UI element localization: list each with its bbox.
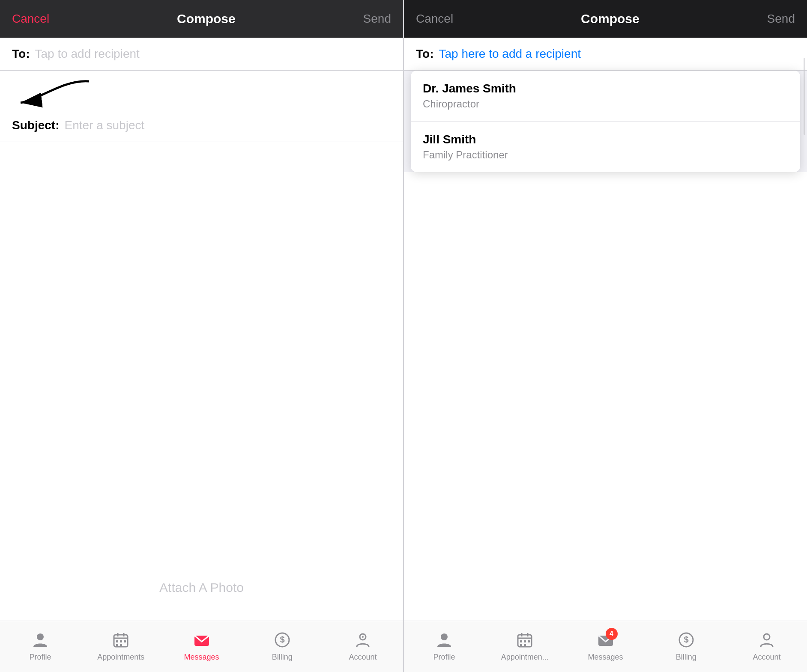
right-tab-account[interactable]: Account — [726, 631, 807, 662]
svg-rect-21 — [520, 640, 522, 642]
person-icon — [32, 631, 49, 648]
left-send-button[interactable]: Send — [363, 12, 391, 26]
left-subject-input[interactable]: Enter a subject — [64, 119, 391, 132]
doctor-specialty-1: Family Practitioner — [423, 149, 788, 161]
dollar-icon: $ — [274, 631, 291, 648]
right-tab-appointments[interactable]: Appointmen... — [484, 631, 565, 662]
left-cancel-button[interactable]: Cancel — [12, 12, 49, 26]
svg-rect-10 — [120, 644, 122, 646]
doctor-specialty-0: Chiropractor — [423, 98, 788, 110]
right-person-icon — [436, 631, 453, 648]
svg-rect-9 — [116, 644, 118, 646]
doctor-name-1: Jill Smith — [423, 133, 788, 146]
right-calendar-icon — [516, 631, 533, 648]
attach-photo-text[interactable]: Attach A Photo — [159, 580, 244, 595]
svg-text:$: $ — [280, 635, 284, 644]
svg-rect-6 — [116, 640, 118, 642]
right-cancel-button[interactable]: Cancel — [416, 12, 453, 26]
svg-point-1 — [37, 633, 44, 640]
right-tab-profile[interactable]: Profile — [404, 631, 484, 662]
right-tab-account-label: Account — [753, 653, 780, 662]
left-tab-messages-label: Messages — [184, 653, 219, 662]
right-dollar-icon: $ — [678, 631, 695, 648]
right-nav-bar: Cancel Compose Send — [404, 0, 807, 38]
left-tab-billing-label: Billing — [272, 653, 293, 662]
svg-rect-23 — [528, 640, 530, 642]
right-to-field[interactable]: To: Tap here to add a recipient — [404, 38, 807, 71]
svg-rect-24 — [520, 644, 522, 646]
left-tab-appointments[interactable]: Appointments — [81, 631, 161, 662]
left-tab-profile-label: Profile — [30, 653, 51, 662]
recipient-dropdown: Dr. James Smith Chiropractor Jill Smith … — [411, 71, 800, 172]
left-tab-bar: Profile Appointments — [0, 621, 403, 672]
left-nav-title: Compose — [177, 12, 236, 26]
left-tab-appointments-label: Appointments — [97, 653, 144, 662]
svg-point-16 — [441, 633, 448, 640]
left-subject-label: Subject: — [12, 119, 59, 132]
svg-rect-22 — [524, 640, 526, 642]
doctor-item-1[interactable]: Jill Smith Family Practitioner — [411, 122, 800, 172]
right-tab-messages[interactable]: 4 Messages — [565, 631, 646, 662]
doctor-name-0: Dr. James Smith — [423, 82, 788, 95]
right-tap-recipient[interactable]: Tap here to add a recipient — [439, 47, 581, 61]
calendar-icon — [112, 631, 129, 648]
right-tab-messages-label: Messages — [588, 653, 623, 662]
right-send-button[interactable]: Send — [767, 12, 795, 26]
svg-rect-7 — [120, 640, 122, 642]
left-tab-profile[interactable]: Profile — [0, 631, 81, 662]
messages-badge: 4 — [606, 628, 618, 640]
right-tab-appointments-label: Appointmen... — [501, 653, 549, 662]
left-phone-panel: Cancel Compose Send To: Tap to add recip… — [0, 0, 403, 672]
svg-rect-8 — [124, 640, 126, 642]
right-phone-panel: Cancel Compose Send To: Tap here to add … — [404, 0, 807, 672]
left-subject-field[interactable]: Subject: Enter a subject — [0, 109, 403, 142]
right-to-label: To: — [416, 47, 433, 61]
right-tab-billing[interactable]: $ Billing — [646, 631, 726, 662]
right-tab-profile-label: Profile — [433, 653, 455, 662]
left-tab-account-label: Account — [349, 653, 377, 662]
left-to-field[interactable]: To: Tap to add recipient — [0, 38, 403, 71]
right-tab-bar: Profile Appointmen... — [404, 621, 807, 672]
left-nav-bar: Cancel Compose Send — [0, 0, 403, 38]
right-account-icon — [758, 631, 775, 648]
left-compose-body: Attach A Photo — [0, 142, 403, 621]
doctor-item-0[interactable]: Dr. James Smith Chiropractor — [411, 71, 800, 122]
account-icon — [354, 631, 371, 648]
svg-rect-25 — [524, 644, 526, 646]
arrow-annotation — [0, 71, 403, 109]
svg-point-15 — [362, 636, 364, 638]
right-compose-body — [404, 172, 807, 621]
envelope-icon-active — [193, 631, 210, 648]
scrollbar — [804, 58, 805, 135]
svg-point-29 — [764, 634, 770, 640]
svg-text:$: $ — [684, 635, 688, 644]
left-tab-messages[interactable]: Messages — [161, 631, 242, 662]
right-nav-title: Compose — [581, 12, 640, 26]
left-to-input[interactable]: Tap to add recipient — [35, 47, 391, 61]
arrow-icon — [12, 75, 106, 109]
left-tab-account[interactable]: Account — [323, 631, 403, 662]
left-to-label: To: — [12, 47, 30, 61]
left-tab-billing[interactable]: $ Billing — [242, 631, 323, 662]
right-tab-billing-label: Billing — [676, 653, 696, 662]
